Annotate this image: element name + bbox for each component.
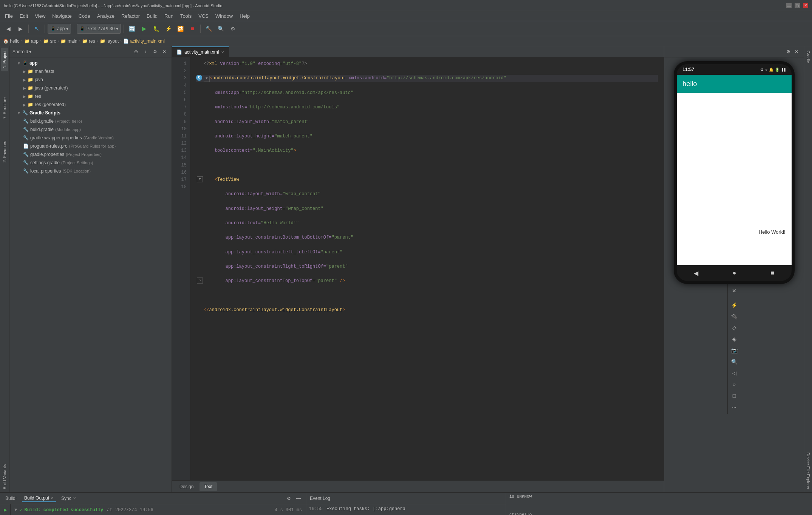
tool-hand-button[interactable]: ⚡ [729, 300, 739, 310]
tree-item-app[interactable]: ▼ 📱 app [9, 59, 172, 67]
project-panel: Android ▾ ⊕ ↕ ⚙ ✕ ▼ 📱 app ▶ 📁 manifests [9, 46, 172, 492]
tab-build[interactable]: Build: [3, 495, 19, 502]
tab-gradle[interactable]: Gradle [805, 48, 812, 66]
tab-structure[interactable]: 7: Structure [1, 94, 8, 122]
tab-favorites[interactable]: 2: Favorites [1, 138, 8, 165]
editor-content[interactable]: 12345 678910 1112131415 161718 <?xml ver… [172, 57, 664, 480]
breadcrumb-main[interactable]: 📁 main [60, 39, 77, 44]
phone-nav-home[interactable]: ● [733, 270, 736, 276]
stop-button[interactable]: ■ [187, 23, 198, 34]
tool-fill-button[interactable]: ◇ [729, 322, 739, 333]
build-output-close-icon[interactable]: ✕ [51, 496, 54, 500]
menu-tools[interactable]: Tools [177, 12, 195, 20]
title-text: hello [C:\Users\11537\AndroidStudioProje… [4, 3, 222, 8]
menu-analyze[interactable]: Analyze [94, 12, 118, 20]
project-close-button[interactable]: ✕ [160, 48, 169, 56]
tool-more-button[interactable]: ··· [729, 402, 739, 412]
phone-app-title: hello [683, 80, 697, 88]
apply-changes-button[interactable]: 🔁 [175, 23, 186, 34]
new-item-button[interactable]: ⊕ [132, 48, 140, 56]
tool-camera-button[interactable]: 📷 [729, 345, 739, 356]
breadcrumb-app[interactable]: 📁 app [24, 39, 39, 44]
project-settings-button[interactable]: ⚙ [151, 48, 159, 56]
build-minimize-button[interactable]: — [294, 494, 303, 503]
phone-nav-back[interactable]: ◀ [694, 270, 698, 277]
breadcrumb-src[interactable]: 📁 src [43, 39, 56, 44]
sync-button[interactable]: 🔄 [127, 23, 137, 34]
tool-select-button[interactable]: ✕ [729, 285, 739, 296]
settings-button[interactable]: ⚙ [227, 23, 238, 34]
toolbar-forward-button[interactable]: ▶ [15, 23, 26, 34]
tree-item-res[interactable]: ▶ 📁 res [9, 92, 172, 100]
phone-nav-recent[interactable]: ■ [770, 270, 774, 276]
code-line-1: <?xml version="1.0" encoding="utf-8"?> [196, 60, 658, 68]
tree-item-gradle-wrapper[interactable]: 🔧 gradle-wrapper.properties (Gradle Vers… [9, 134, 172, 142]
breadcrumb-activity-main[interactable]: 📄 activity_main.xml [123, 39, 165, 44]
tab-close-icon[interactable]: ✕ [221, 50, 224, 54]
tab-design[interactable]: Design [175, 482, 198, 491]
menu-navigate[interactable]: Navigate [49, 12, 74, 20]
phone-frame: 11:57 ⚙ ○ 🔔 🔋 ▐▐ hello Hello World [674, 61, 795, 284]
tool-rect-button[interactable]: □ [729, 390, 739, 401]
tree-item-build-gradle-project[interactable]: 🔧 build.gradle (Project: hello) [9, 117, 172, 125]
tree-item-java-generated[interactable]: ▶ 📁 java (generated) [9, 84, 172, 92]
tool-circle-button[interactable]: ○ [729, 379, 739, 390]
menu-build[interactable]: Build [144, 12, 161, 20]
tab-build-output[interactable]: Build Output ✕ [22, 495, 56, 502]
debug-button[interactable]: 🐛 [151, 23, 161, 34]
sync-project-button[interactable]: ↕ [141, 48, 150, 56]
tab-sync[interactable]: Sync ✕ [59, 495, 78, 502]
preview-close-button[interactable]: ✕ [792, 48, 801, 56]
tool-measure-button[interactable]: ◁ [729, 368, 739, 378]
menu-vcs[interactable]: VCS [195, 12, 212, 20]
tab-activity-main-xml[interactable]: 📄 activity_main.xml ✕ [172, 46, 229, 57]
android-view-dropdown[interactable]: Android ▾ [12, 49, 31, 54]
menu-window[interactable]: Window [212, 12, 236, 20]
menu-refactor[interactable]: Refactor [118, 12, 143, 20]
right-log-content: is UNKNOW cts\hello [506, 493, 812, 515]
breadcrumb-layout[interactable]: 📁 layout [100, 39, 119, 44]
app-module-dropdown[interactable]: 📱 app ▾ [48, 24, 71, 34]
tree-item-local-properties[interactable]: 🔧 local.properties (SDK Location) [9, 167, 172, 175]
menu-run[interactable]: Run [161, 12, 176, 20]
tree-item-java[interactable]: ▶ 📁 java [9, 76, 172, 84]
code-editor[interactable]: <?xml version="1.0" encoding="utf-8"?> C… [190, 57, 664, 480]
tab-text[interactable]: Text [200, 482, 217, 491]
tree-item-settings-gradle[interactable]: 🔧 settings.gradle (Project Settings) [9, 159, 172, 167]
sync-close-icon[interactable]: ✕ [73, 496, 76, 500]
run-button[interactable]: ▶ [139, 23, 149, 34]
menu-view[interactable]: View [32, 12, 48, 20]
device-dropdown[interactable]: 📱 Pixel 2 API 30 ▾ [77, 24, 121, 34]
menu-file[interactable]: File [2, 12, 16, 20]
preview-settings-button[interactable]: ⚙ [784, 48, 792, 56]
build-content: ▶ 🗑 🔧 ▼ ✓ Build: completed successfully … [0, 504, 306, 515]
tab-device-file-explorer[interactable]: Device File Explorer [805, 449, 812, 492]
profile-button[interactable]: ⚡ [163, 23, 173, 34]
toolbar-cursor-button[interactable]: ↖ [31, 23, 42, 34]
tree-item-gradle-scripts[interactable]: ▼ 🔧 Gradle Scripts [9, 109, 172, 117]
minimize-button[interactable]: — [786, 3, 792, 8]
tree-item-res-generated[interactable]: ▶ 📁 res (generated) [9, 100, 172, 109]
close-button[interactable]: ✕ [803, 3, 808, 8]
tab-build-variants[interactable]: Build Variants [1, 461, 8, 492]
maximize-button[interactable]: □ [795, 3, 800, 8]
build-settings-button[interactable]: ⚙ [285, 494, 293, 503]
breadcrumb: 🏠 hello › 📁 app › 📁 src › 📁 main › 📁 res… [0, 36, 812, 46]
search-everywhere-button[interactable]: 🔍 [215, 23, 226, 34]
tool-zoom-in-button[interactable]: 🔌 [729, 311, 739, 322]
menu-edit[interactable]: Edit [17, 12, 31, 20]
menu-help[interactable]: Help [237, 12, 253, 20]
tab-project[interactable]: 1: Project [1, 48, 8, 71]
tool-eraser-button[interactable]: ◈ [729, 334, 739, 344]
tree-item-build-gradle-app[interactable]: 🔧 build.gradle (Module: app) [9, 125, 172, 134]
build-tool-run[interactable]: ▶ [1, 506, 9, 514]
menu-code[interactable]: Code [76, 12, 93, 20]
toolbar-back-button[interactable]: ◀ [3, 23, 14, 34]
breadcrumb-hello[interactable]: 🏠 hello [3, 39, 20, 44]
breadcrumb-res[interactable]: 📁 res [82, 39, 95, 44]
tool-zoom-button[interactable]: 🔍 [729, 356, 739, 367]
tree-item-gradle-properties[interactable]: 🔧 gradle.properties (Project Properties) [9, 150, 172, 159]
tree-item-proguard[interactable]: 📄 proguard-rules.pro (ProGuard Rules for… [9, 142, 172, 150]
build-button[interactable]: 🔨 [203, 23, 214, 34]
tree-item-manifests[interactable]: ▶ 📁 manifests [9, 67, 172, 76]
